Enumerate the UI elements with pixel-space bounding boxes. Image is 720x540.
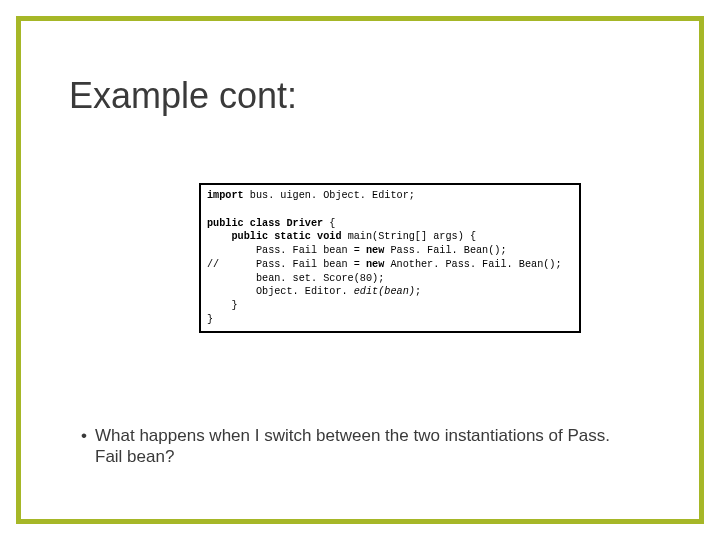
code-text: ; (415, 286, 421, 297)
code-italic: edit(bean) (354, 286, 415, 297)
code-text: Pass. Fail. Bean(); (390, 245, 506, 256)
code-text: } (207, 314, 213, 325)
code-text: Object. Editor. (207, 286, 354, 297)
slide-title: Example cont: (69, 75, 297, 117)
code-text: Another. Pass. Fail. Bean(); (390, 259, 561, 270)
code-block: import bus. uigen. Object. Editor; publi… (207, 189, 573, 327)
code-text: { (323, 218, 335, 229)
code-text: // Pass. Fail bean = (207, 259, 366, 270)
code-text: main(String[] args) { (348, 231, 476, 242)
kw-public-static-void: public static void (207, 231, 348, 242)
bullet-paragraph: • What happens when I switch between the… (81, 425, 639, 468)
code-example-box: import bus. uigen. Object. Editor; publi… (199, 183, 581, 333)
code-text: Pass. Fail bean = (207, 245, 366, 256)
bullet-marker: • (81, 425, 95, 468)
bullet-text: What happens when I switch between the t… (95, 425, 639, 468)
kw-new: new (366, 259, 390, 270)
code-text: bean. set. Score(80); (207, 273, 384, 284)
code-text: bus. uigen. Object. Editor; (250, 190, 415, 201)
kw-new: new (366, 245, 390, 256)
kw-import: import (207, 190, 250, 201)
code-text: } (207, 300, 238, 311)
kw-public-class: public class (207, 218, 286, 229)
slide-frame: Example cont: import bus. uigen. Object.… (16, 16, 704, 524)
class-name: Driver (286, 218, 323, 229)
